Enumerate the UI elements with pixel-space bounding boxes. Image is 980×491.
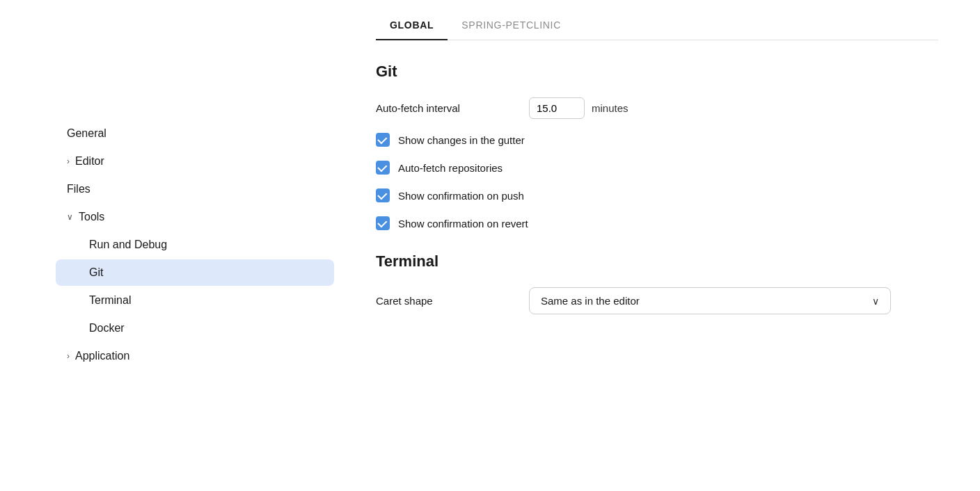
tab-spring-petclinic[interactable]: SPRING-PETCLINIC (448, 11, 575, 40)
sidebar-general-label: General (67, 127, 106, 140)
autofetch-label: Auto-fetch interval (376, 102, 529, 114)
checkbox-show-confirmation-revert-label: Show confirmation on revert (398, 218, 528, 230)
git-section-heading: Git (376, 63, 938, 81)
chevron-right-icon: › (67, 156, 70, 166)
sidebar-item-general[interactable]: General (56, 120, 334, 147)
autofetch-input[interactable]: 15.0 (529, 97, 585, 119)
chevron-down-icon: ∨ (67, 212, 73, 222)
checkbox-show-changes-gutter: Show changes in the gutter (376, 133, 938, 147)
sidebar-item-terminal[interactable]: Terminal (56, 287, 334, 314)
sidebar-tools-label: Tools (79, 211, 104, 223)
sidebar-git-label: Git (89, 266, 103, 279)
sidebar-editor-label: Editor (75, 155, 104, 168)
terminal-section: Terminal Caret shape Same as in the edit… (376, 252, 938, 314)
sidebar-item-git[interactable]: Git (56, 259, 334, 286)
dropdown-chevron-icon: ∨ (872, 296, 879, 307)
caret-shape-value: Same as in the editor (541, 295, 640, 307)
autofetch-row: Auto-fetch interval 15.0 minutes (376, 97, 938, 119)
checkbox-show-confirmation-revert: Show confirmation on revert (376, 216, 938, 230)
checkbox-show-confirmation-revert-input[interactable] (376, 216, 390, 230)
sidebar-item-editor[interactable]: › Editor (56, 148, 334, 175)
tab-global[interactable]: GLOBAL (376, 11, 448, 40)
chevron-right-icon-application: › (67, 351, 70, 361)
sidebar-application-label: Application (75, 350, 129, 362)
tabs-bar: GLOBAL SPRING-PETCLINIC (376, 0, 938, 40)
sidebar-item-application[interactable]: › Application (56, 343, 334, 369)
git-section: Git Auto-fetch interval 15.0 minutes Sho… (376, 63, 938, 230)
sidebar: General › Editor Files ∨ Tools Run and D… (0, 0, 334, 491)
checkbox-show-changes-gutter-input[interactable] (376, 133, 390, 147)
sidebar-item-files[interactable]: Files (56, 176, 334, 202)
sidebar-run-and-debug-label: Run and Debug (89, 239, 167, 251)
sidebar-docker-label: Docker (89, 322, 125, 335)
checkbox-auto-fetch-repos-input[interactable] (376, 161, 390, 175)
sidebar-terminal-label: Terminal (89, 294, 131, 307)
checkbox-show-changes-gutter-label: Show changes in the gutter (398, 134, 525, 146)
sidebar-item-docker[interactable]: Docker (56, 315, 334, 341)
main-content: GLOBAL SPRING-PETCLINIC Git Auto-fetch i… (334, 0, 980, 491)
sidebar-item-run-and-debug[interactable]: Run and Debug (56, 232, 334, 258)
checkbox-show-confirmation-push: Show confirmation on push (376, 188, 938, 202)
caret-shape-row: Caret shape Same as in the editor ∨ (376, 287, 938, 314)
autofetch-unit: minutes (592, 102, 629, 114)
sidebar-item-tools[interactable]: ∨ Tools (56, 204, 334, 230)
caret-shape-dropdown[interactable]: Same as in the editor ∨ (529, 287, 891, 314)
checkbox-show-confirmation-push-input[interactable] (376, 188, 390, 202)
checkbox-auto-fetch-repos: Auto-fetch repositories (376, 161, 938, 175)
sidebar-files-label: Files (67, 183, 90, 195)
checkbox-show-confirmation-push-label: Show confirmation on push (398, 190, 524, 202)
checkbox-auto-fetch-repos-label: Auto-fetch repositories (398, 162, 503, 174)
caret-shape-label: Caret shape (376, 295, 529, 307)
terminal-section-heading: Terminal (376, 252, 938, 271)
